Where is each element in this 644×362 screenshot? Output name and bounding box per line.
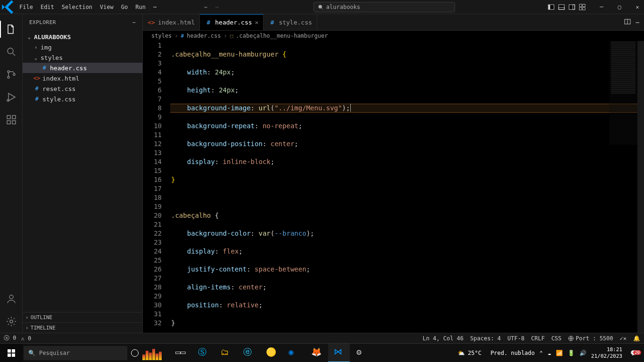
- weather-widget[interactable]: ⛅25°C Pred. nublado: [458, 350, 535, 356]
- activity-bar: [0, 14, 23, 333]
- activity-settings-icon[interactable]: [0, 310, 23, 333]
- search-text: alurabooks: [326, 4, 360, 10]
- tray-volume-icon[interactable]: 🔊: [579, 350, 586, 356]
- file-header-css[interactable]: #header.css: [23, 63, 142, 73]
- status-encoding[interactable]: UTF-8: [507, 335, 524, 342]
- tab-header-css[interactable]: #header.css×: [200, 14, 264, 30]
- svg-rect-28: [12, 354, 15, 357]
- file-index-html[interactable]: <>index.html: [23, 73, 142, 83]
- status-warnings[interactable]: ⚠ 0: [21, 335, 31, 342]
- nav-forward-icon[interactable]: →: [213, 3, 220, 11]
- code-content[interactable]: .cabeçalho__menu-hamburguer { width: 24p…: [170, 41, 644, 333]
- breadcrumb[interactable]: styles› #header.css› ⬚.cabeçalho__menu-h…: [143, 31, 644, 41]
- folder-img[interactable]: ›img: [23, 42, 142, 52]
- tray-wifi-icon[interactable]: 📶: [556, 350, 563, 356]
- activity-search-icon[interactable]: [0, 41, 23, 63]
- tree-root[interactable]: ⌄ALURABOOKS: [23, 32, 142, 42]
- menu-run[interactable]: Run: [132, 2, 149, 12]
- file-explorer-icon[interactable]: 🗂: [215, 344, 237, 362]
- taskbar-search[interactable]: 🔍Pesquisar: [24, 346, 127, 360]
- html-file-icon: <>: [148, 19, 155, 26]
- nav-back-icon[interactable]: ←: [202, 3, 209, 11]
- window-close-icon[interactable]: ✕: [633, 4, 642, 10]
- task-view-icon[interactable]: ▭▭: [170, 344, 191, 362]
- explorer-header: EXPLORER ⋯: [23, 14, 142, 31]
- split-editor-icon[interactable]: [624, 18, 631, 26]
- menu-view[interactable]: View: [97, 2, 117, 12]
- svg-rect-18: [7, 121, 10, 124]
- svg-rect-27: [8, 354, 11, 357]
- status-ln-col[interactable]: Ln 4, Col 46: [423, 335, 464, 342]
- folder-styles[interactable]: ⌄styles: [23, 52, 142, 63]
- file-reset-css[interactable]: #reset.css: [23, 83, 142, 94]
- breadcrumb-selector[interactable]: .cabeçalho__menu-hamburguer: [236, 33, 328, 39]
- menu-file[interactable]: File: [16, 2, 36, 12]
- layout-customize-icon[interactable]: [579, 4, 586, 10]
- tray-battery-icon[interactable]: 🔋: [568, 350, 575, 356]
- firefox-icon[interactable]: 🦊: [305, 344, 327, 362]
- editor-more-icon[interactable]: ⋯: [636, 19, 639, 26]
- svg-point-20: [9, 295, 13, 299]
- cortana-icon[interactable]: [131, 349, 139, 357]
- window-minimize-icon[interactable]: ─: [597, 4, 606, 10]
- layout-sidebar-left-icon[interactable]: [548, 4, 554, 10]
- activity-source-control-icon[interactable]: [0, 63, 23, 86]
- svg-rect-9: [579, 8, 582, 10]
- section-timeline[interactable]: ›TIMELINE: [23, 322, 142, 333]
- vertical-scrollbar[interactable]: [637, 41, 644, 333]
- tab-index-html[interactable]: <>index.html: [143, 14, 200, 30]
- explorer-more-icon[interactable]: ⋯: [132, 19, 136, 25]
- window-maximize-icon[interactable]: ▢: [615, 4, 624, 10]
- command-center-search[interactable]: alurabooks: [314, 2, 455, 12]
- edge-icon[interactable]: ◉: [283, 344, 305, 362]
- status-eol[interactable]: CRLF: [531, 335, 545, 342]
- weather-icon: ⛅: [458, 350, 465, 356]
- taskbar-clock[interactable]: 18:2121/02/2023: [591, 346, 622, 360]
- internet-explorer-icon[interactable]: ⓔ: [238, 344, 259, 362]
- status-errors[interactable]: ⓧ 0: [4, 334, 16, 342]
- explorer-title: EXPLORER: [29, 19, 56, 25]
- taskbar-widget-icon[interactable]: [142, 346, 166, 360]
- status-spaces[interactable]: Spaces: 4: [470, 335, 501, 342]
- menu-more[interactable]: ⋯: [150, 2, 160, 12]
- section-outline[interactable]: ›OUTLINE: [23, 312, 142, 322]
- start-button[interactable]: [0, 344, 23, 362]
- breadcrumb-file[interactable]: header.css: [187, 33, 221, 39]
- menu-edit[interactable]: Edit: [37, 2, 58, 12]
- svg-rect-16: [7, 115, 10, 119]
- menu-selection[interactable]: Selection: [58, 2, 96, 12]
- chrome-icon[interactable]: 🟡: [260, 344, 282, 362]
- close-tab-icon[interactable]: ×: [255, 19, 259, 26]
- svg-rect-3: [559, 5, 564, 9]
- activity-explorer-icon[interactable]: [0, 18, 23, 41]
- menu-go[interactable]: Go: [118, 2, 131, 12]
- status-prettier-icon[interactable]: ✓✕: [620, 335, 627, 342]
- settings-taskbar-icon[interactable]: ⚙: [351, 344, 372, 362]
- action-center-icon[interactable]: 💬20: [627, 350, 640, 356]
- tray-chevron-icon[interactable]: ⌃: [539, 350, 543, 356]
- activity-run-debug-icon[interactable]: [0, 86, 23, 108]
- menubar: File Edit Selection View Go Run ⋯: [16, 2, 160, 12]
- main-area: EXPLORER ⋯ ⌄ALURABOOKS ›img ⌄styles #hea…: [0, 14, 644, 333]
- layout-panel-icon[interactable]: [558, 4, 565, 10]
- status-bell-icon[interactable]: 🔔: [633, 335, 640, 342]
- code-editor[interactable]: 1234567891011121314151617181920212223242…: [143, 41, 644, 333]
- skype-icon[interactable]: Ⓢ: [192, 344, 214, 362]
- layout-sidebar-right-icon[interactable]: [569, 4, 575, 10]
- tray-onedrive-icon[interactable]: ☁: [548, 350, 551, 356]
- activity-extensions-icon[interactable]: [0, 108, 23, 131]
- css-file-icon: #: [33, 85, 41, 92]
- status-language[interactable]: CSS: [551, 335, 561, 342]
- svg-point-21: [10, 320, 13, 323]
- status-live-server[interactable]: Port : 5500: [568, 335, 613, 342]
- breadcrumb-folder[interactable]: styles: [151, 33, 172, 39]
- file-style-css[interactable]: #style.css: [23, 94, 142, 104]
- taskbar-apps: ▭▭ Ⓢ 🗂 ⓔ 🟡 ◉ 🦊 ⋈ ⚙: [170, 344, 372, 362]
- tab-style-css[interactable]: #style.css: [264, 14, 317, 30]
- explorer-sidebar: EXPLORER ⋯ ⌄ALURABOOKS ›img ⌄styles #hea…: [23, 14, 143, 333]
- vscode-taskbar-icon[interactable]: ⋈: [328, 344, 350, 362]
- activity-accounts-icon[interactable]: [0, 288, 23, 310]
- svg-point-0: [318, 5, 322, 8]
- css-file-icon: #: [41, 65, 48, 71]
- selector-icon: ⬚: [230, 33, 233, 39]
